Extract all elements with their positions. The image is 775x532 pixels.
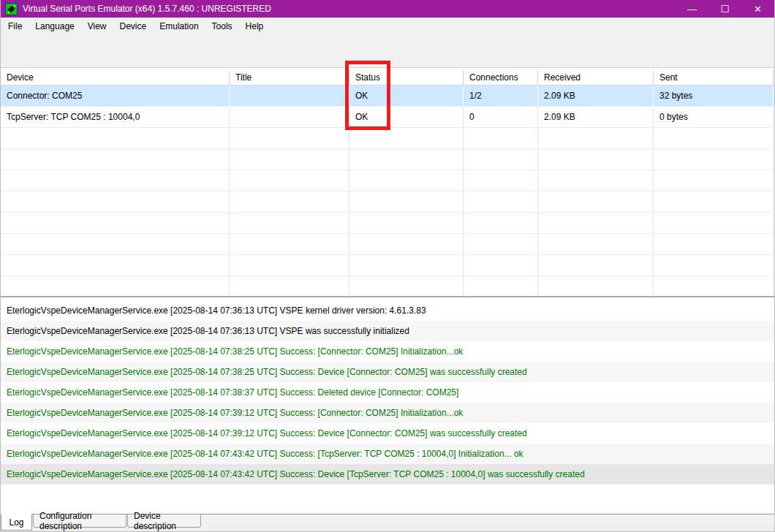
column-header-device[interactable]: Device [1,70,230,86]
cell-status: OK [349,86,464,106]
cell-connections: 0 [464,107,538,127]
column-header-status[interactable]: Status [349,70,464,86]
menu-tools[interactable]: Tools [205,18,239,34]
log-row[interactable]: EterlogicVspeDeviceManagerService.exe [2… [1,464,774,484]
cell-device: TcpServer: TCP COM25 : 10004,0 [1,107,230,127]
bottom-tab-bar: Log Configuration description Device des… [1,514,774,532]
app-window: Virtual Serial Ports Emulator (x64) 1.5.… [0,0,775,532]
table-empty-rows [1,128,774,297]
menu-device[interactable]: Device [113,18,154,34]
cell-received: 2.09 KB [538,107,654,127]
cell-status: OK [349,107,464,127]
menu-file[interactable]: File [1,18,29,34]
menu-emulation[interactable]: Emulation [153,18,205,34]
log-row[interactable]: EterlogicVspeDeviceManagerService.exe [2… [1,423,774,444]
log-row[interactable]: EterlogicVspeDeviceManagerService.exe [2… [1,300,774,321]
table-row-empty[interactable] [1,255,774,276]
log-row[interactable]: EterlogicVspeDeviceManagerService.exe [2… [1,444,774,464]
minimize-button[interactable]: — [676,0,708,18]
column-header-sent[interactable]: Sent [654,70,774,86]
cell-device: Connector: COM25 [1,86,230,106]
table-row[interactable]: Connector: COM25 OK 1/2 2.09 KB 32 bytes [1,86,774,107]
column-header-title[interactable]: Title [230,70,349,86]
menu-help[interactable]: Help [239,18,271,34]
window-title: Virtual Serial Ports Emulator (x64) 1.5.… [23,4,676,14]
log-row[interactable]: EterlogicVspeDeviceManagerService.exe [2… [1,382,774,403]
table-header-row: Device Title Status Connections Received… [1,70,774,86]
table-row[interactable]: TcpServer: TCP COM25 : 10004,0 OK 0 2.09… [1,107,774,128]
log-pane: EterlogicVspeDeviceManagerService.exe [2… [1,297,774,514]
menu-language[interactable]: Language [29,18,80,34]
app-logo-icon [5,3,18,15]
cell-sent: 0 bytes [654,107,774,127]
table-row-empty[interactable] [1,128,774,149]
tab-configuration-description[interactable]: Configuration description [33,514,126,528]
table-row-empty[interactable] [1,149,774,170]
cell-sent: 32 bytes [654,86,774,106]
device-table: Device Title Status Connections Received… [1,68,774,296]
log-row[interactable]: EterlogicVspeDeviceManagerService.exe [2… [1,321,774,341]
table-row-empty[interactable] [1,170,774,191]
table-row-empty[interactable] [1,234,774,255]
log-row[interactable]: EterlogicVspeDeviceManagerService.exe [2… [1,362,774,382]
maximize-button[interactable]: ☐ [708,0,741,18]
cell-title [230,107,349,127]
log-row[interactable]: EterlogicVspeDeviceManagerService.exe [2… [1,341,774,362]
menu-bar: File Language View Device Emulation Tool… [1,18,774,35]
tab-log[interactable]: Log [1,514,32,531]
column-header-connections[interactable]: Connections [464,70,538,86]
table-row-empty[interactable] [1,191,774,213]
cell-connections: 1/2 [464,86,538,106]
table-row-empty[interactable] [1,213,774,234]
cell-received: 2.09 KB [538,86,654,106]
cell-title [230,86,349,106]
close-button[interactable]: ✕ [741,0,774,18]
column-header-received[interactable]: Received [538,70,654,86]
table-row-empty[interactable] [1,276,774,297]
title-bar: Virtual Serial Ports Emulator (x64) 1.5.… [1,0,774,18]
log-row[interactable]: EterlogicVspeDeviceManagerService.exe [2… [1,403,774,423]
tab-device-description[interactable]: Device description [127,514,201,528]
toolbar: ✱ [1,35,774,68]
menu-view[interactable]: View [81,18,113,34]
